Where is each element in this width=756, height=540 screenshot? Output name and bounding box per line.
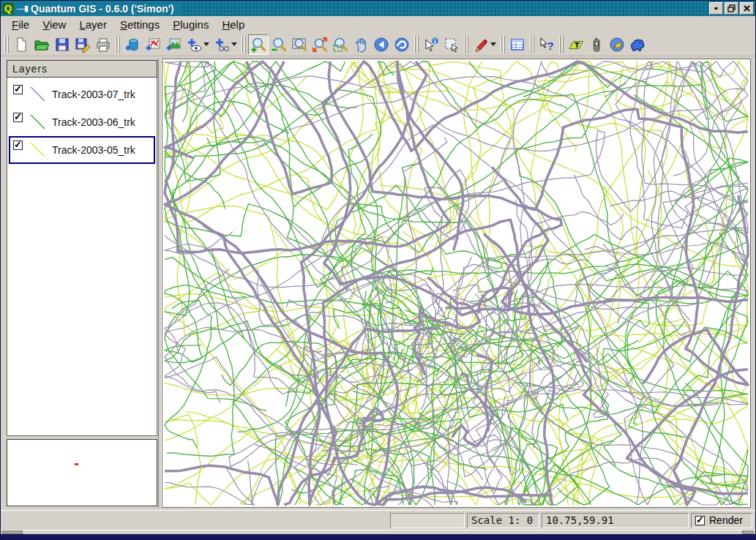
toolbar: ?	[1, 33, 755, 56]
plugin-button[interactable]	[627, 34, 648, 55]
layer-swatch-line-icon	[27, 83, 49, 105]
attribute-table-icon	[509, 37, 525, 53]
select-features-icon	[444, 37, 460, 53]
close-button[interactable]	[740, 2, 754, 15]
menu-layer[interactable]: Layer	[72, 17, 113, 32]
resize-grip-left[interactable]	[2, 530, 23, 534]
refresh-icon	[394, 37, 410, 53]
map-svg	[162, 59, 750, 507]
pan-icon	[353, 37, 369, 53]
save-project-button[interactable]	[52, 34, 72, 55]
layer-row-track-2003-05[interactable]: Track-2003-05_trk	[9, 136, 155, 164]
menu-help[interactable]: Help	[215, 17, 251, 32]
open-project-button[interactable]	[31, 34, 52, 55]
gps-tools-button[interactable]	[607, 34, 627, 55]
back-button[interactable]	[371, 34, 392, 55]
window-title: Quantum GIS - 0.6.0 ('Simon')	[31, 3, 181, 15]
scale-indicator: Scale 1: 0	[467, 513, 539, 528]
layer-legend[interactable]: Track-2003-07_trk Track-2003-06_trk Trac…	[7, 78, 157, 436]
toolbar-handle[interactable]	[413, 36, 419, 53]
layer-visibility-checkbox[interactable]	[13, 140, 23, 150]
menu-settings[interactable]: Settings	[113, 17, 166, 32]
add-vector-layer-icon	[145, 37, 161, 53]
new-layer-menu-button[interactable]	[184, 34, 212, 55]
resize-grip-right[interactable]	[742, 530, 754, 534]
menu-file[interactable]: File	[5, 17, 36, 32]
layer-visibility-checkbox[interactable]	[13, 113, 23, 122]
add-vector-layer-button[interactable]	[143, 34, 163, 55]
layer-swatch-line-icon	[27, 139, 49, 161]
save-project-as-button[interactable]	[72, 34, 93, 55]
attribute-table-button[interactable]	[507, 34, 528, 55]
layers-panel-title: Layers	[7, 60, 157, 78]
progress-bar	[390, 513, 465, 528]
titlebar-texture	[181, 1, 708, 16]
map-canvas[interactable]	[162, 59, 751, 508]
status-bar: Scale 1: 0 10.75,59.91 Render	[1, 510, 755, 530]
title-bar[interactable]: Q —▮ Quantum GIS - 0.6.0 ('Simon')	[1, 1, 755, 16]
menu-view[interactable]: View	[36, 17, 72, 32]
map-overview-panel[interactable]	[7, 439, 157, 506]
toolbar-handle[interactable]	[4, 36, 10, 53]
maximize-button[interactable]	[725, 2, 738, 15]
zoom-full-extent-icon	[291, 37, 307, 53]
render-checkbox[interactable]	[695, 516, 705, 525]
toolbar-handle[interactable]	[558, 36, 564, 53]
menu-plugins[interactable]: Plugins	[166, 17, 215, 32]
main-area: Layers Track-2003-07_trk Track-2003-06_t…	[1, 56, 755, 510]
layer-visibility-checkbox[interactable]	[13, 85, 23, 94]
select-features-button[interactable]	[441, 34, 462, 55]
toolbar-handle[interactable]	[241, 36, 247, 53]
zoom-last-icon	[332, 37, 348, 53]
layer-swatch-line-icon	[27, 111, 49, 133]
window-resize-strip[interactable]	[1, 530, 755, 534]
whats-this-button[interactable]: ?	[536, 34, 557, 55]
zoom-full-extent-button[interactable]	[289, 34, 310, 55]
new-layer-menu-icon	[186, 37, 202, 53]
zoom-to-selection-button[interactable]	[310, 34, 330, 55]
dropdown-arrow-icon	[490, 42, 496, 46]
zoom-last-button[interactable]	[330, 34, 351, 55]
layer-tools-menu-button[interactable]	[212, 34, 239, 55]
layer-row-track-2003-06[interactable]: Track-2003-06_trk	[9, 108, 155, 136]
layer-name: Track-2003-06_trk	[52, 116, 135, 128]
layer-row-track-2003-07[interactable]: Track-2003-07_trk	[9, 80, 155, 108]
toolbar-handle[interactable]	[115, 36, 121, 53]
zoom-to-selection-icon	[312, 37, 328, 53]
window-bottom-border	[1, 534, 755, 539]
zoom-out-button[interactable]	[269, 34, 289, 55]
add-raster-layer-icon	[165, 37, 181, 53]
toolbar-handle[interactable]	[500, 36, 506, 53]
pan-button[interactable]	[351, 34, 371, 55]
zoom-out-icon	[271, 37, 287, 53]
gps-tools-icon	[609, 37, 625, 53]
add-postgis-layer-button[interactable]	[122, 34, 143, 55]
identify-button[interactable]	[421, 34, 441, 55]
coordinate-display: 10.75,59.91	[542, 513, 689, 528]
capture-line-icon	[473, 37, 489, 53]
save-project-icon	[54, 37, 70, 53]
minimize-button[interactable]	[709, 2, 723, 15]
add-postgis-layer-icon	[124, 37, 141, 53]
toolbar-handle[interactable]	[463, 36, 469, 53]
gps-device-button[interactable]	[586, 34, 607, 55]
save-project-as-icon	[75, 37, 91, 53]
qgis-app-icon: Q	[2, 3, 14, 15]
pin-icon[interactable]: —▮	[17, 4, 28, 13]
add-raster-layer-button[interactable]	[163, 34, 184, 55]
print-icon	[95, 37, 111, 53]
close-icon	[743, 4, 751, 12]
label-tool-button[interactable]	[566, 34, 586, 55]
new-project-button[interactable]	[11, 34, 31, 55]
dropdown-arrow-icon	[203, 42, 209, 46]
print-button[interactable]	[93, 34, 113, 55]
plugin-icon	[629, 37, 645, 53]
refresh-button[interactable]	[392, 34, 412, 55]
label-tool-icon	[568, 37, 584, 53]
toolbar-handle[interactable]	[529, 36, 535, 53]
dropdown-arrow-icon	[231, 42, 237, 46]
render-toggle[interactable]: Render	[691, 513, 752, 528]
zoom-in-button[interactable]	[248, 34, 269, 55]
whats-this-icon: ?	[539, 37, 555, 53]
capture-line-button[interactable]	[471, 34, 498, 55]
